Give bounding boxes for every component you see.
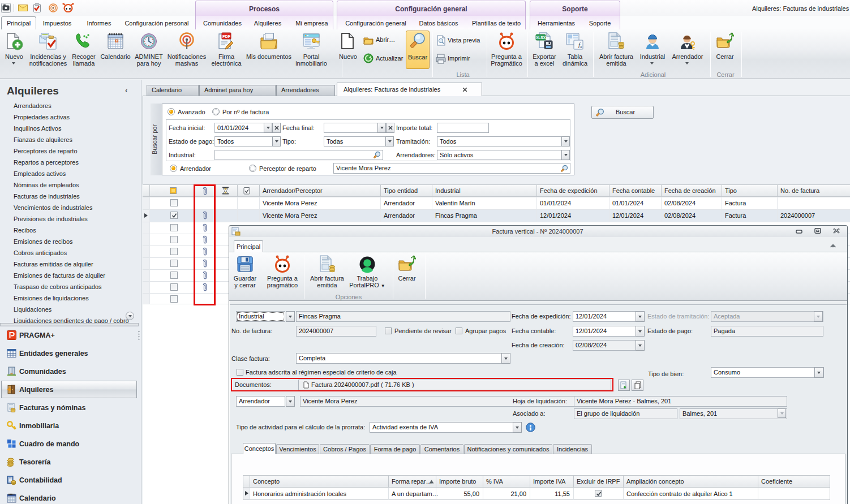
svg-text:XLSX: XLSX bbox=[536, 36, 546, 40]
svg-text:PDF: PDF bbox=[222, 35, 231, 38]
